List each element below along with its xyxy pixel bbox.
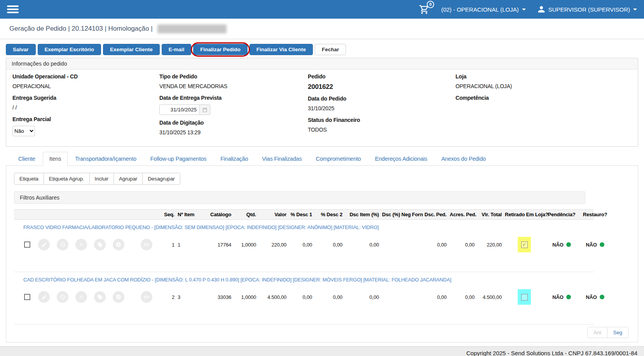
cell-qtd: 1,0000 bbox=[233, 242, 258, 248]
cancel-button[interactable] bbox=[75, 239, 87, 250]
data-entrega-input[interactable] bbox=[159, 104, 200, 115]
header-seq: Seq. bbox=[159, 212, 176, 217]
cancel-button[interactable] bbox=[75, 291, 87, 303]
retirado-checkbox[interactable]: ✓ bbox=[521, 241, 528, 248]
cell-catalogo: 33036 bbox=[199, 294, 233, 300]
cell-dsc-item: 0,00 bbox=[344, 294, 380, 300]
topbar: 0 (02) - OPERACIONAL (LOJA) SUPERVISOR (… bbox=[0, 0, 644, 19]
tab-comprometimento[interactable]: Comprometimento bbox=[309, 152, 367, 166]
filtros-auxiliares-header[interactable]: Filtros Auxiliares bbox=[14, 191, 585, 204]
breadcrumb: Geração de Pedido | 20.124103 | Homologa… bbox=[9, 25, 153, 33]
status-financeiro-value: TODOS bbox=[308, 127, 456, 134]
header-catalogo: Catálogo bbox=[199, 212, 233, 217]
chevron-down-icon bbox=[522, 9, 526, 10]
unidade-value: OPERACIONAL bbox=[12, 83, 159, 90]
cell-valor: 4.500,00 bbox=[258, 294, 288, 300]
retirado-checkbox[interactable] bbox=[521, 294, 528, 300]
cell-desc1: 0,00 bbox=[288, 294, 314, 300]
entrega-sugerida-value: / / bbox=[12, 104, 159, 111]
fechar-button[interactable]: Fechar bbox=[315, 44, 346, 55]
pagination-prev-button[interactable]: Ant bbox=[588, 327, 607, 338]
user-menu[interactable]: SUPERVISOR (SUPERVISOR) bbox=[538, 5, 637, 13]
cell-seq: 1 bbox=[159, 242, 176, 248]
data-pedido-value: 31/10/2025 bbox=[308, 105, 456, 112]
cart-button[interactable]: 0 bbox=[419, 4, 429, 15]
header-qtd: Qtd. bbox=[233, 212, 258, 217]
table-header-row: Seq. Nº Item Catálogo Qtd. Valor % Desc … bbox=[14, 209, 594, 220]
items-table: Seq. Nº Item Catálogo Qtd. Valor % Desc … bbox=[14, 209, 594, 325]
table-row: FRASCO VIDRO FARMACIA/LABORATORIO PEQUEN… bbox=[14, 220, 594, 272]
etiqueta-agrup-button[interactable]: Etiqueta Agrup. bbox=[44, 173, 90, 185]
email-button[interactable]: E-mail bbox=[162, 44, 192, 55]
tab-anexos-pedido[interactable]: Anexos do Pedido bbox=[435, 152, 492, 166]
data-entrega-label: Data de Entrega Prevista bbox=[159, 95, 308, 101]
cell-dsc-ped: 0,00 bbox=[419, 294, 448, 300]
tab-transportadora[interactable]: Transportadora/Içamento bbox=[68, 152, 143, 166]
tab-followup-pagamentos[interactable]: Follow-up Pagamentos bbox=[144, 152, 213, 166]
settings-button[interactable] bbox=[113, 239, 124, 250]
header-dsc-neg-forn: Dsc (%) Neg Forn bbox=[380, 212, 419, 217]
status-dot bbox=[600, 242, 604, 247]
agrupar-button[interactable]: Agrupar bbox=[113, 173, 143, 185]
pagination: Ant Seg bbox=[14, 327, 630, 338]
entrega-parcial-select[interactable]: Não bbox=[12, 126, 35, 136]
unidade-label: Unidade Operacional - CD bbox=[12, 73, 159, 80]
desagrupar-button[interactable]: Desagrupar bbox=[142, 173, 180, 185]
tab-itens[interactable]: Itens bbox=[43, 152, 68, 166]
row-checkbox[interactable] bbox=[24, 241, 30, 248]
store-menu[interactable]: (02) - OPERACIONAL (LOJA) bbox=[441, 6, 525, 13]
etiqueta-button[interactable]: Etiqueta bbox=[14, 173, 44, 185]
edit-icon bbox=[41, 242, 47, 248]
cell-acres-ped: 0,00 bbox=[448, 242, 476, 248]
tag-icon bbox=[97, 294, 103, 300]
item-description[interactable]: CAD ESCRITÓRIO FOLHEADA EM JACA COM RODÍ… bbox=[23, 277, 594, 283]
finalizar-via-cliente-button[interactable]: Finalizar Via Cliente bbox=[250, 44, 313, 55]
edit-button[interactable] bbox=[38, 291, 50, 303]
loja-label: Loja bbox=[456, 73, 632, 80]
cart-count-badge: 0 bbox=[427, 1, 434, 8]
data-digitacao-label: Data de Digitação bbox=[159, 120, 308, 126]
items-toolbar: Etiqueta Etiqueta Agrup. Incluir Agrupar… bbox=[14, 173, 180, 185]
menu-icon[interactable] bbox=[7, 5, 19, 13]
exemplar-escritorio-button[interactable]: Exemplar Escritório bbox=[38, 44, 101, 55]
link-button[interactable] bbox=[141, 291, 152, 303]
salvar-button[interactable]: Salvar bbox=[6, 44, 36, 55]
pendencia-status: NÃO bbox=[552, 294, 571, 300]
item-description[interactable]: FRASCO VIDRO FARMACIA/LABORATORIO PEQUEN… bbox=[23, 224, 594, 230]
page: 0 (02) - OPERACIONAL (LOJA) SUPERVISOR (… bbox=[0, 0, 644, 356]
cell-dsc-item: 0,00 bbox=[344, 242, 380, 248]
tab-bar: Cliente Itens Transportadora/Içamento Fo… bbox=[6, 152, 638, 166]
tab-vias-finalizadas[interactable]: Vias Finalizadas bbox=[255, 152, 308, 166]
chevron-down-icon bbox=[633, 9, 637, 10]
link-button[interactable] bbox=[141, 239, 152, 250]
tab-cliente[interactable]: Cliente bbox=[12, 152, 42, 166]
edit-icon bbox=[41, 294, 47, 300]
row-checkbox[interactable] bbox=[24, 294, 30, 300]
calendar-button[interactable] bbox=[200, 104, 210, 115]
header-desc2: % Desc 2 bbox=[314, 212, 344, 217]
cell-dsc-ped: 0,00 bbox=[419, 242, 448, 248]
history-button[interactable] bbox=[57, 291, 68, 303]
history-button[interactable] bbox=[57, 239, 68, 250]
close-icon bbox=[79, 294, 84, 300]
status-dot bbox=[566, 242, 571, 247]
tab-finalizacao[interactable]: Finalização bbox=[214, 152, 255, 166]
pagination-next-button[interactable]: Seg bbox=[607, 327, 628, 338]
incluir-button[interactable]: Incluir bbox=[89, 173, 114, 185]
tag-button[interactable] bbox=[94, 291, 106, 303]
user-menu-label: SUPERVISOR (SUPERVISOR) bbox=[548, 6, 630, 13]
tab-enderecos-adicionais[interactable]: Endereços Adicionais bbox=[368, 152, 434, 166]
order-info-grid: Unidade Operacional - CD OPERACIONAL Ent… bbox=[6, 69, 638, 146]
cell-n-item: 1 bbox=[176, 242, 199, 248]
itens-tab-content: Etiqueta Etiqueta Agrup. Incluir Agrupar… bbox=[6, 166, 638, 342]
tag-button[interactable] bbox=[94, 239, 106, 250]
header-pendencia: Pendência? bbox=[545, 212, 578, 217]
exemplar-cliente-button[interactable]: Exemplar Cliente bbox=[103, 44, 160, 55]
data-pedido-label: Data do Pedido bbox=[308, 96, 456, 102]
finalizar-pedido-button[interactable]: Finalizar Pedido bbox=[193, 44, 248, 55]
table-row: CAD ESCRITÓRIO FOLHEADA EM JACA COM RODÍ… bbox=[14, 272, 594, 325]
status-financeiro-label: Status do Financeiro bbox=[308, 117, 456, 123]
header-acres-ped: Acres. Ped. bbox=[448, 212, 476, 217]
settings-button[interactable] bbox=[113, 291, 124, 303]
edit-button[interactable] bbox=[38, 239, 50, 250]
